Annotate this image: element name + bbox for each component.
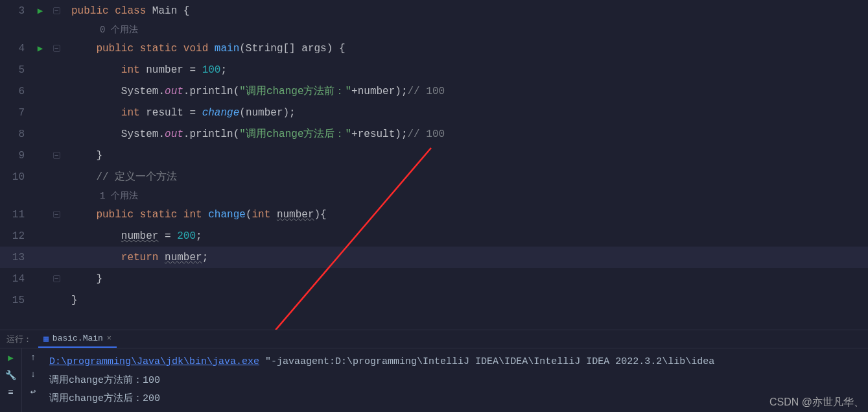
run-tab[interactable]: ▦ basic.Main × xyxy=(38,330,117,348)
line-number: 11 xyxy=(0,209,31,221)
run-toolbar: ▶ 🔧 ≡ xyxy=(0,348,22,412)
line-number: 12 xyxy=(0,230,31,242)
run-icon[interactable]: ▶ xyxy=(38,5,43,16)
fold-minus-icon[interactable]: − xyxy=(53,152,60,159)
up-icon[interactable]: ↑ xyxy=(30,352,36,363)
exe-link[interactable]: D:\programming\Java\jdk\bin\java.exe xyxy=(49,356,259,367)
line-number: 4 xyxy=(0,43,31,55)
code-line[interactable]: public static int change(int number){ xyxy=(64,209,327,221)
run-tab-title: basic.Main xyxy=(53,333,103,343)
line-number: 15 xyxy=(0,295,31,306)
down-icon[interactable]: ↓ xyxy=(30,369,36,380)
code-line[interactable]: // 定义一个方法 xyxy=(64,170,177,184)
class-icon: ▦ xyxy=(43,333,49,344)
watermark: CSDN @亦世凡华、 xyxy=(769,396,864,409)
debug-icon[interactable]: ≡ xyxy=(8,387,13,398)
fold-minus-icon[interactable]: − xyxy=(53,7,60,14)
run-icon[interactable]: ▶ xyxy=(8,352,13,363)
usages-inlay[interactable]: 0 个用法 xyxy=(71,21,138,38)
line-number: 7 xyxy=(0,107,31,119)
line-number: 3 xyxy=(0,5,31,17)
code-line[interactable]: System.out.println("调用change方法后："+result… xyxy=(64,127,445,141)
code-line[interactable]: number = 200; xyxy=(64,230,202,242)
soft-wrap-icon[interactable]: ↩ xyxy=(30,386,36,397)
fold-minus-icon[interactable]: − xyxy=(53,45,60,52)
output-line: 调用change方法前：100 xyxy=(49,370,863,389)
line-number: 6 xyxy=(0,86,31,97)
code-line[interactable]: public class Main { xyxy=(64,5,189,17)
line-number: 9 xyxy=(0,150,31,162)
usages-inlay[interactable]: 1 个用法 xyxy=(71,188,138,204)
code-line[interactable]: int result = change(number); xyxy=(64,107,296,119)
code-editor[interactable]: 3 ▶ − public class Main { 0 个用法 4 ▶ − pu… xyxy=(0,0,868,311)
code-line[interactable]: public static void main(String[] args) { xyxy=(64,43,346,55)
line-number: 13 xyxy=(0,252,31,263)
line-number: 5 xyxy=(0,64,31,76)
fold-minus-icon[interactable]: − xyxy=(53,275,60,282)
run-tool-window: 运行： ▦ basic.Main × ▶ 🔧 ≡ ↑ ↓ ↩ D:\progra… xyxy=(0,330,868,412)
line-number: 8 xyxy=(0,128,31,140)
output-line: 调用change方法后：200 xyxy=(49,389,863,407)
output-toolbar: ↑ ↓ ↩ xyxy=(22,348,44,412)
code-line[interactable]: return number; xyxy=(64,252,208,263)
fold-minus-icon[interactable]: − xyxy=(53,211,60,218)
close-icon[interactable]: × xyxy=(107,334,111,343)
run-icon[interactable]: ▶ xyxy=(38,43,43,54)
line-number: 10 xyxy=(0,171,31,183)
code-line[interactable]: } xyxy=(64,295,78,306)
code-line[interactable]: int number = 100; xyxy=(64,64,227,76)
code-line[interactable]: } xyxy=(64,150,102,162)
line-number: 14 xyxy=(0,273,31,285)
code-line[interactable]: } xyxy=(64,273,102,285)
code-line[interactable]: System.out.println("调用change方法前："+number… xyxy=(64,84,445,98)
run-label: 运行： xyxy=(0,333,38,345)
wrench-icon[interactable]: 🔧 xyxy=(5,370,16,381)
console-output[interactable]: D:\programming\Java\jdk\bin\java.exe "-j… xyxy=(44,348,868,412)
